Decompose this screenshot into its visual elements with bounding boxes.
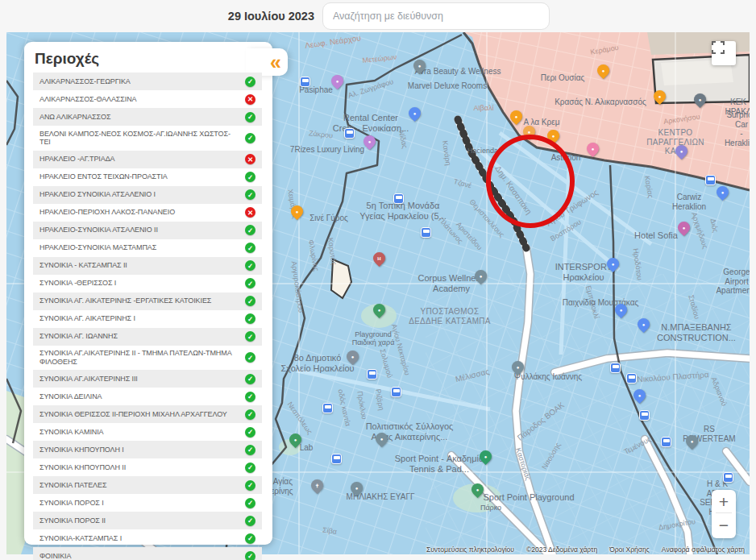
map-pin[interactable]: ●: [406, 105, 423, 122]
map-pin[interactable]: ●: [651, 88, 668, 105]
transit-stop-icon[interactable]: [393, 193, 404, 204]
status-icon: ✓: [245, 533, 255, 544]
transit-stop-icon[interactable]: [331, 454, 342, 464]
area-list-item[interactable]: ΒΕΛΟΝΙ ΚΑΜΠΟΣ-ΝΕΟΣ ΚΟΣΜΟΣ-ΑΓ.ΙΩΑΝΝΗΣ ΧΩΣ…: [33, 126, 262, 151]
area-list-item[interactable]: ΣΥΝΟΙΚΙΑ-ΚΑΤΣΑΜΠΑΣ Ι ✓: [33, 529, 262, 547]
transit-stop-icon[interactable]: [344, 128, 355, 139]
map-pin[interactable]: ●: [289, 203, 305, 220]
map-pin[interactable]: ●: [635, 316, 652, 333]
status-icon: ✓: [245, 352, 255, 363]
area-name: ΗΡΑΚΛΕΙΟ-ΠΕΡΙΟΧΗ ΛΑΚΟΣ-ΠΑΝΑΝΕΙΟ: [39, 208, 175, 217]
transit-stop-icon[interactable]: [661, 437, 671, 447]
status-icon: ✓: [245, 77, 255, 87]
map-pin[interactable]: ●: [509, 359, 526, 375]
pin-glyph-icon: ●: [471, 483, 484, 496]
area-name: ΣΥΝΟΙΚΙΑ ΠΑΤΕΛΕΣ: [39, 481, 106, 490]
transit-stop-icon[interactable]: [610, 363, 621, 373]
area-list-item[interactable]: ΣΥΝΟΙΚΙΑ - ΚΑΤΣΑΜΠΑΣ ΙΙ ✓: [33, 257, 262, 275]
map-pin[interactable]: ●: [508, 108, 525, 125]
status-icon: ✓: [245, 243, 255, 253]
map-attribution-link[interactable]: Συντομεύσεις πληκτρολογίου: [426, 545, 514, 554]
area-name: ΣΥΝΟΙΚΙΑ ΑΓ. ΙΩΑΝΝΗΣ: [39, 332, 118, 341]
address-search-input[interactable]: [322, 2, 550, 30]
transit-stop-icon[interactable]: [626, 373, 637, 384]
status-icon: ✓: [245, 463, 255, 473]
zoom-in-button[interactable]: +: [712, 490, 736, 512]
area-list-item[interactable]: ΑΛΙΚΑΡΝΑΣΣΟΣ-ΘΑΛΑΣΣΙΝΑ ✕: [33, 90, 262, 108]
fullscreen-button[interactable]: [712, 41, 736, 65]
area-list-item[interactable]: ΣΥΝΟΙΚΙΑ ΔΕΙΛΙΝΑ ✓: [33, 388, 262, 405]
transit-stop-icon[interactable]: [391, 387, 401, 397]
map-pin[interactable]: ●: [595, 62, 612, 79]
map-pin[interactable]: ●: [675, 219, 692, 236]
map-pin[interactable]: ●: [287, 431, 304, 448]
area-list-item[interactable]: ΣΥΝΟΙΚΙΑ ΚΗΠΟΥΠΟΛΗ ΙΙ ✓: [33, 458, 262, 476]
area-list-item[interactable]: ΣΥΝΟΙΚΙΑ ΑΓ. ΙΩΑΝΝΗΣ ✓: [33, 328, 262, 346]
map-pin[interactable]: ●: [361, 133, 378, 150]
map-pin[interactable]: ●: [472, 268, 489, 284]
map-pin[interactable]: ●: [673, 143, 690, 160]
map-pin[interactable]: ●: [692, 91, 708, 108]
map-pin[interactable]: ●: [344, 348, 361, 365]
area-list-item[interactable]: ΦΟΙΝΙΚΙΑ ✓: [33, 547, 262, 560]
area-list-item[interactable]: ΣΥΝΟΙΚΙΑ ΠΑΤΕΛΕΣ ✓: [33, 476, 262, 494]
map-attribution: Συντομεύσεις πληκτρολογίου©2023 Δεδομένα…: [426, 545, 745, 554]
map-attribution-link[interactable]: Όροι Χρήσης: [609, 545, 650, 554]
status-icon: ✓: [245, 112, 255, 122]
transit-stop-icon[interactable]: [723, 472, 733, 483]
map-pin[interactable]: ●: [477, 448, 494, 465]
area-name: ΣΥΝΟΙΚΙΑ ΑΓ.ΑΙΚΑΤΕΡΙΝΗΣ ΙΙΙ: [39, 375, 138, 384]
area-name: ΣΥΝΟΙΚΙΑ ΚΑΜΙΝΙΑ: [39, 428, 103, 437]
area-list-item[interactable]: ΣΥΝΟΙΚΙΑ -ΘΕΡΙΣΣΟΣ Ι ✓: [33, 275, 262, 292]
area-list-item[interactable]: ΣΥΝΟΙΚΙΑ ΠΟΡΟΣ Ι ✓: [33, 494, 262, 512]
area-list-item[interactable]: ΣΥΝΟΙΚΙΑ ΠΟΡΟΣ ΙΙ ✓: [33, 512, 262, 529]
transit-stop-icon[interactable]: [421, 227, 431, 238]
status-icon: ✕: [245, 154, 255, 164]
selected-date[interactable]: 29 Ιουλίου 2023: [173, 0, 314, 32]
transit-stop-icon[interactable]: [367, 369, 377, 380]
transit-stop-icon[interactable]: [639, 410, 650, 421]
area-list-item[interactable]: ΗΡΑΚΛΕΙΟ-ΠΕΡΙΟΧΗ ΛΑΚΟΣ-ΠΑΝΑΝΕΙΟ ✕: [33, 204, 262, 222]
map-pin[interactable]: ●: [373, 430, 390, 447]
pin-glyph-icon: ●: [363, 135, 376, 147]
map-pin[interactable]: ●: [348, 479, 365, 496]
map-pin[interactable]: ●: [329, 73, 346, 89]
pin-glyph-icon: ●: [373, 304, 385, 316]
area-list-item[interactable]: ΣΥΝΟΙΚΙΑ ΑΓ.ΑΙΚΑΤΕΡΙΝΗΣ ΙΙ - ΤΜΗΜΑ ΠΑΤΕΛ…: [33, 346, 262, 371]
area-list-item[interactable]: ΣΥΝΟΙΚΙΑ ΑΓ. ΑΙΚΑΤΕΡΙΝΗΣ Ι ✓: [33, 310, 262, 328]
map-attribution-link[interactable]: Αναφορά σφάλματος χάρτη: [662, 545, 745, 554]
map-pin[interactable]: ●: [714, 184, 731, 201]
map-pin[interactable]: ●: [411, 57, 428, 74]
map-pin[interactable]: H: [371, 250, 388, 267]
area-list-item[interactable]: ΗΡΑΚΛΕΙΟ ΕΝΤΟΣ ΤΕΙΧΩΝ-ΠΡΟΑΣΤΙΑ ✓: [33, 168, 262, 186]
area-list-item[interactable]: ΑΝΩ ΑΛΙΚΑΡΝΑΣΣΟΣ ✓: [33, 108, 262, 126]
area-list-item[interactable]: ΣΥΝΟΙΚΙΑ ΑΓ.ΑΙΚΑΤΕΡΙΝΗΣ ΙΙΙ ✓: [33, 370, 262, 388]
area-name: ΗΡΑΚΛΕΙΟ-ΣΥΝΟΙΚΙΑ ΑΤΣΑΛΕΝΙΟ ΙΙ: [39, 226, 158, 234]
map-pin[interactable]: ●: [584, 140, 601, 157]
area-list-item[interactable]: ΑΛΙΚΑΡΝΑΣΣΟΣ-ΓΕΩΡΓΙΚΑ ✓: [33, 73, 262, 90]
map-pin[interactable]: ✝: [309, 477, 326, 494]
area-list-item[interactable]: ΣΥΝΟΙΚΙΑ ΚΗΠΟΥΠΟΛΗ Ι ✓: [33, 441, 262, 458]
map-attribution-link[interactable]: ©2023 Δεδομένα χάρτη: [526, 545, 597, 554]
transit-stop-icon[interactable]: [705, 175, 716, 185]
map-pin[interactable]: ●: [371, 301, 388, 318]
area-list-item[interactable]: ΣΥΝΟΙΚΙΑ ΚΑΜΙΝΙΑ ✓: [33, 423, 262, 441]
area-list-item[interactable]: ΣΥΝΟΙΚΙΑ ΑΓ. ΑΙΚΑΤΕΡΙΝΗΣ -ΕΡΓΑΤΙΚΕΣ ΚΑΤΟ…: [33, 292, 262, 310]
map-pin[interactable]: ●: [469, 481, 486, 498]
map-pin[interactable]: ●: [683, 433, 700, 450]
area-list-item[interactable]: ΣΥΝΟΙΚΙΑ ΘΕΡΙΣΣΟΣ ΙΙ-ΠΕΡΙΟΧΗ ΜΙΧΑΗΛ ΑΡΧΑ…: [33, 405, 262, 423]
area-list-item[interactable]: ΗΡΑΚΛΕΙΟ-ΣΥΝΟΙΚΙΑ ΑΤΣΑΛΕΝΙΟ ΙΙ ✓: [33, 222, 262, 239]
pin-glyph-icon: ●: [615, 304, 627, 316]
map-pin[interactable]: ●: [631, 387, 648, 404]
map-pin[interactable]: ●: [604, 255, 621, 272]
zoom-out-button[interactable]: −: [712, 513, 736, 536]
pin-glyph-icon: ●: [638, 318, 650, 330]
area-name: ΣΥΝΟΙΚΙΑ ΘΕΡΙΣΣΟΣ ΙΙ-ΠΕΡΙΟΧΗ ΜΙΧΑΗΛ ΑΡΧΑ…: [39, 410, 227, 419]
area-list-item[interactable]: ΗΡΑΚΛΕΙΟ -ΑΓ.ΤΡΙΑΔΑ ✕: [33, 151, 262, 168]
area-list-item[interactable]: ΗΡΑΚΛΕΙΟ-ΣΥΝΟΙΚΙΑ ΜΑΣΤΑΜΠΑΣ ✓: [33, 239, 262, 257]
transit-stop-icon[interactable]: [322, 403, 333, 413]
area-name: ΣΥΝΟΙΚΙΑ -ΘΕΡΙΣΣΟΣ Ι: [39, 279, 116, 288]
map-pin[interactable]: ●: [613, 301, 629, 318]
transit-stop-icon[interactable]: [300, 77, 310, 87]
area-list-item[interactable]: ΗΡΑΚΛΕΙΟ ΣΥΝΟΙΚΙΑ ΑΤΣΑΛΕΝΙΟ Ι ✓: [33, 186, 262, 204]
